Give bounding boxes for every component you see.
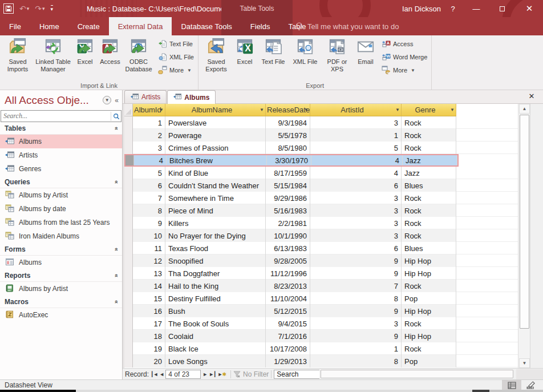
nav-item-genres[interactable]: Genres	[0, 162, 122, 176]
cell-genre[interactable]: Rock	[402, 280, 456, 292]
last-record-icon[interactable]: ►┃	[209, 371, 216, 377]
nav-section-header-tables[interactable]: Tables»	[0, 122, 122, 135]
navigation-pane-title[interactable]: All Access Obje...	[5, 94, 99, 107]
cell-artistid[interactable]: 9	[310, 305, 402, 317]
column-header-releasedate[interactable]: ReleaseDate▼	[266, 104, 310, 116]
row-selector[interactable]	[124, 317, 133, 330]
cell-albumname[interactable]: Bush	[165, 305, 266, 317]
close-button[interactable]: ✕	[520, 0, 539, 17]
row-selector[interactable]	[124, 305, 133, 317]
cell-albumname[interactable]: Bitches Brew	[167, 155, 267, 165]
cell-artistid[interactable]: 7	[310, 280, 402, 292]
nav-item-albums-by-date[interactable]: Albums by date	[0, 202, 122, 216]
horizontal-scrollbar[interactable]	[319, 369, 516, 379]
pdf-or-xps-button[interactable]: PDF or XPS	[321, 36, 353, 82]
cell-albumname[interactable]: The Book of Souls	[165, 317, 266, 330]
vertical-scrollbar-thumb[interactable]	[520, 115, 529, 329]
row-selector[interactable]	[124, 254, 133, 267]
nav-section-header-forms[interactable]: Forms»	[0, 243, 122, 256]
nav-search-input[interactable]	[1, 112, 111, 120]
record-position-box[interactable]: 4 of 23	[165, 370, 201, 379]
column-header-albumname[interactable]: AlbumName▼	[165, 104, 266, 116]
cell-albumname[interactable]: Snoopified	[165, 254, 266, 267]
collapse-chevron-icon[interactable]: »	[112, 273, 119, 277]
cell-albumname[interactable]: Powerage	[165, 129, 266, 142]
cell-artistid[interactable]: 9	[310, 267, 402, 280]
access-button[interactable]: AAccess	[98, 36, 123, 82]
row-selector[interactable]	[124, 342, 133, 355]
cell-releasedate[interactable]: 9/4/2015	[266, 317, 310, 330]
cell-releasedate[interactable]: 9/29/1986	[266, 192, 310, 204]
cell-genre[interactable]: Rock	[402, 129, 456, 142]
cell-releasedate[interactable]: 6/13/1983	[266, 242, 310, 254]
nav-item-artists[interactable]: Artists	[0, 148, 122, 162]
cell-albumname[interactable]: Piece of Mind	[165, 204, 266, 217]
redo-icon[interactable]: ↷▾	[35, 4, 44, 13]
row-selector[interactable]	[124, 129, 133, 142]
previous-record-icon[interactable]: ◄	[159, 371, 164, 377]
nav-item-albums[interactable]: Albums	[0, 135, 122, 148]
cell-albumid[interactable]: 8	[133, 204, 165, 217]
row-selector[interactable]	[124, 142, 133, 154]
row-selector[interactable]	[124, 116, 133, 129]
cell-genre[interactable]: Hip Hop	[402, 330, 456, 342]
cell-albumname[interactable]: No Prayer for the Dying	[165, 229, 266, 242]
close-object-icon[interactable]: ✕	[527, 92, 536, 100]
vertical-scrollbar[interactable]: ▲ ▼	[518, 104, 530, 368]
ribbon-tab-create[interactable]: Create	[68, 17, 109, 35]
cell-artistid[interactable]: 8	[310, 292, 402, 305]
cell-releasedate[interactable]: 9/28/2005	[266, 254, 310, 267]
scroll-down-icon[interactable]: ▼	[519, 358, 530, 368]
xml-file-button[interactable]: XML File	[289, 36, 321, 82]
first-record-icon[interactable]: ┃◄	[151, 371, 157, 377]
column-dropdown-icon[interactable]: ▼	[260, 107, 264, 112]
save-icon[interactable]	[3, 3, 14, 14]
scroll-up-icon[interactable]: ▲	[519, 104, 530, 114]
cell-releasedate[interactable]: 11/12/1996	[266, 267, 310, 280]
cell-genre[interactable]: Jazz	[402, 167, 456, 179]
excel-button[interactable]: XExcel	[232, 36, 257, 82]
cell-artistid[interactable]: 1	[310, 129, 402, 142]
select-all-corner-cell[interactable]	[124, 104, 133, 116]
cell-artistid[interactable]: 4	[311, 155, 403, 165]
cell-albumid[interactable]: 20	[133, 355, 165, 367]
column-header-artistid[interactable]: ArtistId▼	[310, 104, 402, 116]
cell-albumid[interactable]: 3	[133, 142, 165, 154]
cell-albumid[interactable]: 7	[133, 192, 165, 204]
cell-genre[interactable]: Blues	[402, 242, 456, 254]
cell-releasedate[interactable]: 5/16/1983	[266, 204, 310, 217]
cell-albumid[interactable]: 17	[133, 317, 165, 330]
cell-albumid[interactable]: 5	[133, 167, 165, 179]
cell-artistid[interactable]: 5	[310, 142, 402, 154]
cell-genre[interactable]: Rock	[402, 192, 456, 204]
cell-artistid[interactable]: 3	[310, 204, 402, 217]
minimize-button[interactable]: —	[467, 0, 486, 17]
nav-item-albums[interactable]: Albums	[0, 256, 122, 269]
cell-releasedate[interactable]: 8/17/1959	[266, 167, 310, 179]
cell-albumname[interactable]: Crimes of Passion	[165, 142, 266, 154]
cell-releasedate[interactable]: 11/10/2004	[266, 292, 310, 305]
collapse-chevron-icon[interactable]: »	[112, 126, 119, 130]
saved-exports-button[interactable]: Saved Exports	[200, 36, 232, 82]
text-file-button[interactable]: Text File	[158, 39, 194, 49]
cell-artistid[interactable]: 3	[310, 229, 402, 242]
nav-section-header-queries[interactable]: Queries»	[0, 176, 122, 188]
cell-albumid[interactable]: 12	[133, 254, 165, 267]
nav-menu-dropdown-icon[interactable]: ▼	[103, 96, 111, 104]
cell-albumname[interactable]: Tha Doggfather	[165, 267, 266, 280]
row-selector[interactable]	[124, 242, 133, 254]
undo-icon[interactable]: ↶▾	[19, 4, 29, 13]
ribbon-tab-fields[interactable]: Fields	[241, 17, 279, 35]
row-selector[interactable]	[124, 192, 133, 204]
cell-artistid[interactable]: 8	[310, 355, 402, 367]
row-selector[interactable]	[124, 229, 133, 242]
column-header-genre[interactable]: Genre▼	[402, 104, 456, 116]
cell-releasedate[interactable]: 10/17/2008	[266, 342, 310, 355]
cell-releasedate[interactable]: 5/5/1978	[266, 129, 310, 142]
word-merge-button[interactable]: WWord Merge	[382, 52, 427, 62]
cell-albumid[interactable]: 13	[133, 267, 165, 280]
shutter-bar-close-icon[interactable]: «	[115, 96, 119, 104]
email-button[interactable]: Email	[353, 36, 378, 82]
help-icon[interactable]: ?	[447, 0, 459, 17]
cell-albumid[interactable]: 9	[133, 217, 165, 229]
